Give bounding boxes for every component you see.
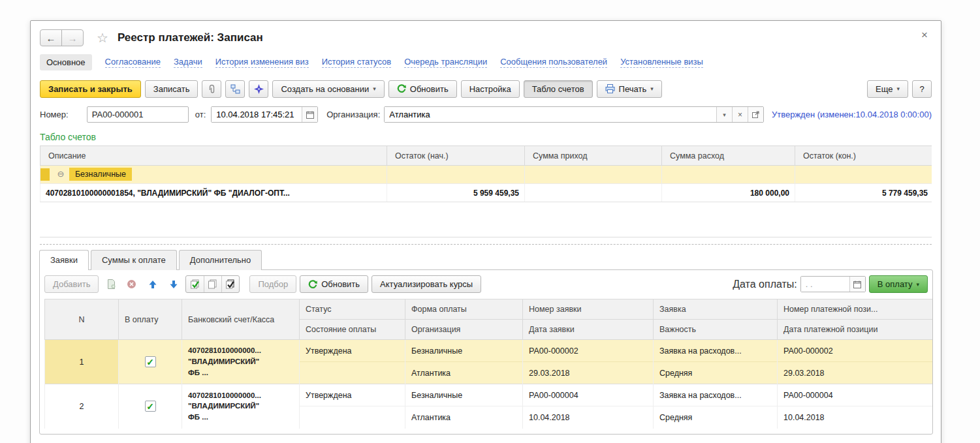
dropdown-icon[interactable]: ▾ <box>716 107 732 122</box>
refresh-button[interactable]: Обновить <box>388 80 457 98</box>
clear-all-flags-icon[interactable] <box>204 276 221 292</box>
copy-row-icon[interactable] <box>102 276 119 292</box>
payment-state-cell <box>300 362 405 384</box>
position-number-cell: РА00-000004 <box>778 384 933 406</box>
splitter[interactable] <box>40 244 932 245</box>
requests-table: N В оплату Банковский счет/Касса Статус … <box>44 299 933 429</box>
to-payment-button[interactable]: В оплату▾ <box>869 275 928 293</box>
col-description[interactable]: Описание <box>40 146 387 166</box>
col-closing-balance[interactable]: Остаток (кон.) <box>795 146 932 166</box>
update-rates-button[interactable]: Актуализировать курсы <box>371 275 481 293</box>
help-button[interactable]: ? <box>912 80 932 98</box>
move-up-icon[interactable] <box>144 276 161 292</box>
board-account-row[interactable]: 40702810100000001854, "ВЛАДИМИРСКИЙ" ФБ … <box>40 184 932 202</box>
back-arrow-icon: ← <box>46 33 56 44</box>
collapse-icon[interactable]: ⊖ <box>57 169 64 179</box>
col-n[interactable]: N <box>45 299 119 340</box>
idea-lamp-button[interactable] <box>249 80 268 98</box>
calendar-icon[interactable] <box>302 107 317 122</box>
nav-tab-zadachi[interactable]: Задачи <box>174 57 202 68</box>
create-based-label: Создать на основании <box>281 84 369 94</box>
print-button[interactable]: Печать▾ <box>597 80 662 98</box>
col-bank-account[interactable]: Банковский счет/Касса <box>182 299 300 340</box>
clear-icon[interactable]: × <box>732 107 748 122</box>
save-close-button[interactable]: Записать и закрыть <box>40 80 141 98</box>
col-opening-balance[interactable]: Остаток (нач.) <box>387 146 525 166</box>
print-label: Печать <box>619 84 647 94</box>
title-bar: ← → ☆ Реестр платежей: Записан × <box>31 21 941 46</box>
status-cell: Утверждена <box>300 340 405 362</box>
col-request-date[interactable]: Дата заявки <box>523 320 654 340</box>
col-organization[interactable]: Организация <box>405 320 523 340</box>
col-importance[interactable]: Важность <box>654 320 778 340</box>
tab-dopolnitelno[interactable]: Дополнительно <box>179 250 262 270</box>
close-icon[interactable]: × <box>921 29 928 42</box>
calendar-icon[interactable] <box>849 277 865 292</box>
request-date-cell: 29.03.2018 <box>523 362 654 384</box>
chevron-down-icon: ▾ <box>373 85 376 92</box>
pay-date-field[interactable] <box>801 277 849 292</box>
approval-status-link[interactable]: Утвержден (изменен:10.04.2018 0:00:00) <box>772 110 932 119</box>
col-position-number[interactable]: Номер платежной пози... <box>778 299 933 320</box>
attachments-button[interactable] <box>202 80 221 98</box>
col-request[interactable]: Заявка <box>654 299 778 320</box>
accounts-board-button[interactable]: Табло счетов <box>524 80 593 98</box>
save-button[interactable]: Записать <box>145 80 198 98</box>
number-field[interactable] <box>87 106 189 123</box>
create-based-button[interactable]: Создать на основании▾ <box>272 80 384 98</box>
settings-button[interactable]: Настройка <box>461 80 520 98</box>
favorite-star-icon[interactable]: ☆ <box>97 30 108 46</box>
nav-tab-soobscheniya[interactable]: Сообщения пользователей <box>500 57 607 68</box>
requests-refresh-button[interactable]: Обновить <box>300 275 368 293</box>
board-header-row: Описание Остаток (нач.) Сумма приход Сум… <box>40 146 932 166</box>
checkbox-checked[interactable]: ✓ <box>145 356 156 367</box>
nav-tab-istoriya-statusov[interactable]: История статусов <box>322 57 392 68</box>
bottom-tabstrip: Заявки Суммы к оплате Дополнительно <box>39 249 933 269</box>
chevron-down-icon: ▾ <box>650 85 654 92</box>
table-row[interactable]: 2 ✓ 4070281010000000..."ВЛАДИМИРСКИЙ"ФБ … <box>45 384 933 406</box>
tab-summy-k-oplate[interactable]: Суммы к оплате <box>91 250 177 270</box>
structure-icon <box>230 84 240 94</box>
open-item-icon[interactable] <box>748 107 763 122</box>
col-expense[interactable]: Сумма расход <box>662 146 795 166</box>
nav-tab-ochered[interactable]: Очередь трансляции <box>404 57 487 68</box>
back-button[interactable]: ← <box>40 29 62 46</box>
set-all-flags-icon[interactable] <box>186 276 204 292</box>
col-position-date[interactable]: Дата платежной позиции <box>778 320 933 340</box>
invert-flags-icon[interactable] <box>221 276 239 292</box>
table-row[interactable]: 1 ✓ 4070281010000000..."ВЛАДИМИРСКИЙ"ФБ … <box>45 340 933 362</box>
add-row-button[interactable]: Добавить <box>44 275 99 293</box>
position-date-cell: 29.03.2018 <box>778 362 933 384</box>
tab-zayavki[interactable]: Заявки <box>39 250 89 270</box>
nav-tab-soglasovanie[interactable]: Согласование <box>105 57 161 68</box>
row-number: 1 <box>45 340 119 384</box>
col-payment-form[interactable]: Форма оплаты <box>405 299 523 320</box>
account-description: 40702810100000001854, "ВЛАДИМИРСКИЙ" ФБ … <box>40 184 387 202</box>
move-down-icon[interactable] <box>165 276 182 292</box>
row-number: 2 <box>45 384 119 429</box>
command-bar: Записать и закрыть Записать Создать на о… <box>40 80 932 98</box>
organization-combo: ▾ × <box>384 106 764 123</box>
forward-button[interactable]: → <box>61 29 84 46</box>
accounts-board-table-wrap: Описание Остаток (нач.) Сумма приход Сум… <box>40 145 932 237</box>
organization-field[interactable] <box>385 107 716 122</box>
col-payment-state[interactable]: Состояние оплаты <box>300 320 405 340</box>
col-status[interactable]: Статус <box>300 299 405 320</box>
pay-date-wrap <box>800 276 866 292</box>
more-button[interactable]: Еще▾ <box>867 80 908 98</box>
delete-row-icon[interactable] <box>123 276 140 292</box>
header-fields: Номер: от: Организация: ▾ × Утвержден (и… <box>40 106 932 123</box>
col-income[interactable]: Сумма приход <box>525 146 662 166</box>
nav-tab-istoriya-viz[interactable]: История изменения виз <box>215 57 309 68</box>
col-request-number[interactable]: Номер заявки <box>523 299 654 320</box>
date-field[interactable] <box>212 107 302 122</box>
to-payment-cell: ✓ <box>119 384 182 429</box>
position-number-cell: РА00-000002 <box>778 340 933 362</box>
col-to-payment[interactable]: В оплату <box>119 299 182 340</box>
structure-button[interactable] <box>225 80 245 98</box>
board-group-row[interactable]: ⊖ Безналичные <box>40 166 932 184</box>
nav-tab-osnovnoe[interactable]: Основное <box>40 54 92 70</box>
nav-tab-vizy[interactable]: Установленные визы <box>620 57 703 68</box>
checkbox-checked[interactable]: ✓ <box>145 401 156 412</box>
pick-button[interactable]: Подбор <box>249 275 296 293</box>
